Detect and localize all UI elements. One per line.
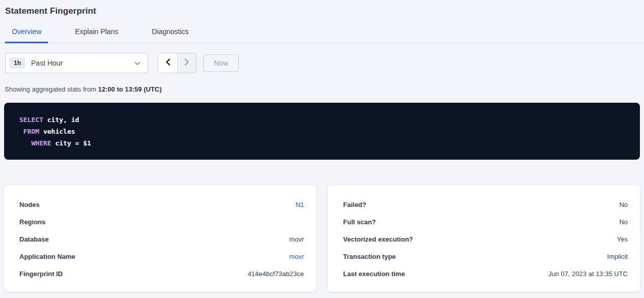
table-row: Regions — [19, 213, 304, 230]
table-row: Failed?No — [343, 196, 628, 213]
row-label: Full scan? — [343, 218, 376, 226]
table-row: Application Namemovr — [19, 248, 304, 265]
now-button[interactable]: Now — [203, 54, 239, 72]
execution-attributes-card: Failed?NoFull scan?NoVectorized executio… — [328, 186, 640, 292]
row-label: Fingerprint ID — [19, 270, 63, 278]
row-label: Database — [19, 235, 49, 243]
row-label: Regions — [19, 218, 45, 226]
time-range-dropdown[interactable]: 1h Past Hour — [5, 53, 148, 73]
time-toolbar: 1h Past Hour Now — [5, 52, 644, 73]
chevron-right-icon — [184, 58, 189, 67]
sql-code: SELECT city, id FROM vehicles WHERE city… — [19, 114, 625, 149]
next-time-button[interactable] — [177, 53, 196, 73]
row-value: Jun 07, 2023 at 13:35 UTC — [548, 270, 628, 278]
table-row: NodesN1 — [19, 196, 304, 213]
table-row: Databasemovr — [19, 230, 304, 248]
table-row: Transaction typeImplicit — [343, 248, 628, 265]
row-label: Transaction type — [343, 253, 396, 260]
row-value: 414e4bcf73ab23ce — [247, 270, 304, 278]
row-value: Yes — [617, 235, 628, 243]
time-range-badge: 1h — [10, 57, 25, 69]
time-step-buttons — [158, 53, 197, 73]
stats-prefix: Showing aggregated stats from — [5, 85, 98, 93]
chevron-down-icon — [130, 58, 141, 68]
table-row: Last execution timeJun 07, 2023 at 13:35… — [343, 265, 628, 282]
aggregated-stats-text: Showing aggregated stats from 12:00 to 1… — [5, 85, 644, 93]
row-value-link[interactable]: N1 — [295, 201, 304, 208]
row-value: No — [619, 201, 628, 208]
page-title: Statement Fingerprint — [0, 0, 644, 16]
row-value: movr — [289, 235, 304, 243]
row-label: Nodes — [19, 201, 40, 208]
row-value: No — [619, 218, 628, 226]
tab-diagnostics[interactable]: Diagnostics — [145, 23, 195, 43]
table-row: Fingerprint ID414e4bcf73ab23ce — [19, 265, 304, 282]
statement-details-card: NodesN1RegionsDatabasemovrApplication Na… — [4, 186, 316, 292]
tab-overview[interactable]: Overview — [5, 23, 48, 43]
time-range-label: Past Hour — [31, 59, 130, 67]
row-value: Implicit — [607, 253, 628, 260]
tab-bar: Overview Explain Plans Diagnostics — [0, 23, 644, 43]
table-row: Full scan?No — [343, 213, 628, 230]
row-label: Last execution time — [343, 270, 405, 278]
chevron-left-icon — [165, 58, 171, 67]
summary-cards: NodesN1RegionsDatabasemovrApplication Na… — [4, 186, 640, 292]
prev-time-button[interactable] — [158, 53, 177, 73]
row-label: Vectorized execution? — [343, 235, 413, 243]
row-label: Failed? — [343, 201, 367, 208]
sql-statement-box: SELECT city, id FROM vehicles WHERE city… — [4, 103, 640, 160]
row-label: Application Name — [19, 253, 75, 260]
stats-range: 12:00 to 13:59 (UTC) — [98, 85, 162, 93]
tab-explain-plans[interactable]: Explain Plans — [68, 23, 125, 43]
table-row: Vectorized execution?Yes — [343, 230, 628, 248]
row-value-link[interactable]: movr — [289, 253, 304, 260]
